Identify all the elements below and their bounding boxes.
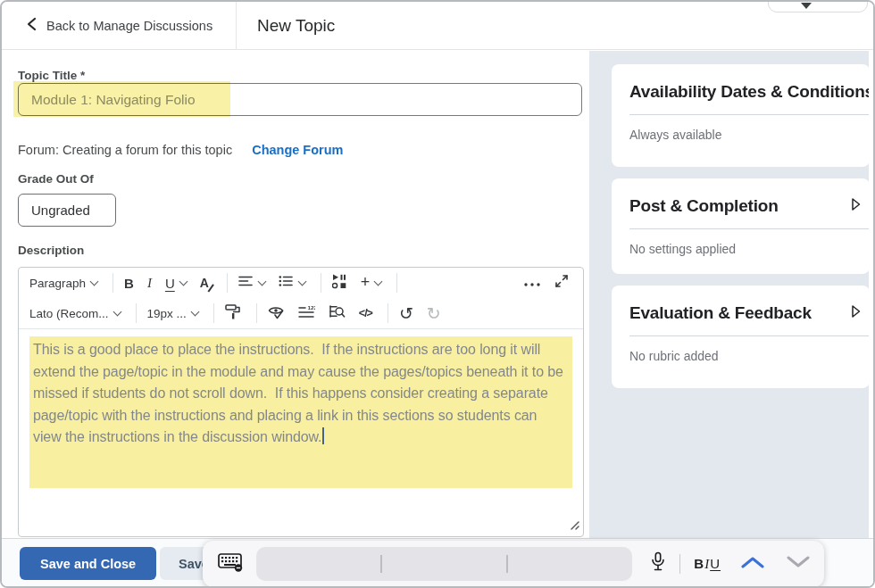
post-completion-panel: Post & Completion No settings applied [612, 178, 870, 274]
lines-123-icon: 123 [298, 304, 315, 323]
scrollbar-track[interactable] [869, 51, 875, 588]
evaluation-feedback-panel-status: No rubric added [612, 336, 870, 363]
list-dropdown-button[interactable] [279, 274, 305, 292]
collapsed-dropdown[interactable] [768, 0, 868, 12]
topic-title-label: Topic Title * [18, 69, 85, 82]
chevron-down-icon [801, 3, 812, 9]
keyboard-bar-divider [679, 554, 680, 574]
underline-dropdown-button[interactable]: U [165, 276, 187, 291]
chevron-down-icon [297, 277, 306, 286]
predictive-suggestion-3[interactable] [508, 547, 632, 581]
eye-check-icon [268, 304, 285, 323]
availability-panel-status: Always available [612, 115, 870, 142]
keyboard-accessory-bar: BIU [203, 541, 824, 587]
chevron-right-icon [851, 197, 861, 215]
toolbar-divider [321, 273, 321, 293]
description-text: This is a good place to place the instru… [33, 342, 567, 444]
dismiss-keyboard-icon[interactable] [217, 551, 244, 576]
expand-icon [554, 274, 569, 292]
preview-button[interactable] [329, 304, 346, 323]
back-chevron-icon [27, 17, 37, 35]
font-size-dropdown[interactable]: 19px ... [147, 307, 198, 320]
chevron-right-icon [851, 304, 861, 322]
insert-stuff-button[interactable] [332, 274, 347, 293]
bold-button[interactable]: B [124, 276, 134, 291]
chevron-down-icon [90, 277, 99, 286]
grade-value-button[interactable]: Ungraded [18, 194, 116, 227]
chevron-down-icon [190, 307, 199, 316]
description-highlight-block: This is a good place to place the instru… [29, 336, 572, 488]
availability-panel: Availability Dates & Conditions Always a… [612, 64, 870, 167]
paint-roller-icon [225, 304, 241, 323]
toolbar-divider [112, 273, 113, 293]
app-window: Back to Manage Discussions New Topic Top… [0, 0, 875, 588]
save-and-close-button[interactable]: Save and Close [20, 547, 156, 580]
more-actions-button[interactable] [523, 275, 541, 291]
predictive-suggestion-2[interactable] [382, 547, 506, 581]
text-cursor [322, 427, 324, 444]
text-format-button[interactable]: BIU [694, 556, 721, 572]
post-completion-panel-status: No settings applied [612, 229, 870, 256]
format-painter-button[interactable] [225, 304, 241, 323]
keyboard-bar-controls: BIU [650, 551, 810, 576]
word-count-button[interactable]: 123 [298, 304, 315, 323]
toolbar-row-2: Lato (Recom... 19px ... [19, 298, 583, 328]
forum-row: Forum: Creating a forum for this topic C… [18, 143, 343, 157]
top-header: Back to Manage Discussions New Topic [2, 2, 873, 50]
evaluation-feedback-panel-title: Evaluation & Feedback [629, 303, 812, 323]
toolbar-divider [388, 303, 388, 323]
chevron-down-icon [374, 277, 383, 286]
font-family-dropdown[interactable]: Lato (Recom... [29, 307, 121, 320]
fullscreen-button[interactable] [554, 274, 569, 292]
topic-form: Topic Title * Forum: Creating a forum fo… [2, 51, 589, 538]
post-completion-panel-title: Post & Completion [629, 196, 779, 216]
ellipsis-icon [523, 275, 541, 291]
settings-sidebar: Availability Dates & Conditions Always a… [589, 51, 875, 538]
undo-button[interactable]: ↺ [399, 305, 413, 322]
description-label: Description [18, 244, 84, 257]
description-edit-area[interactable]: This is a good place to place the instru… [19, 329, 583, 537]
resize-handle[interactable] [570, 518, 580, 534]
toolbar-divider [396, 273, 397, 293]
evaluation-feedback-panel-header[interactable]: Evaluation & Feedback [612, 286, 870, 335]
description-editor: Paragraph B I U A [18, 267, 584, 537]
bullet-list-icon [279, 274, 294, 292]
source-code-button[interactable]: </> [359, 307, 372, 319]
toolbar-divider [213, 303, 214, 323]
back-to-manage-discussions-button[interactable]: Back to Manage Discussions [27, 2, 212, 50]
chevron-down-icon [257, 277, 266, 286]
scroll-down-chevron-icon[interactable] [787, 556, 810, 572]
insert-stuff-icon [332, 274, 347, 293]
topic-title-input[interactable] [18, 83, 582, 116]
microphone-icon[interactable] [650, 551, 666, 576]
page-title: New Topic [257, 2, 335, 50]
toolbar-divider [256, 303, 257, 323]
chevron-down-icon [112, 307, 121, 316]
paragraph-style-dropdown[interactable]: Paragraph [29, 277, 97, 290]
toolbar-divider [227, 273, 228, 293]
italic-button[interactable]: I [147, 276, 152, 291]
font-color-button[interactable]: A [200, 276, 209, 290]
availability-panel-title: Availability Dates & Conditions [629, 82, 870, 102]
evaluation-feedback-panel: Evaluation & Feedback No rubric added [612, 286, 870, 388]
svg-text:123: 123 [307, 304, 315, 311]
forum-label: Forum: Creating a forum for this topic [18, 143, 232, 157]
predictive-suggestion-1[interactable] [256, 547, 380, 581]
scroll-up-chevron-icon[interactable] [741, 556, 764, 572]
redo-button[interactable]: ↻ [427, 305, 441, 322]
predictive-text-bar [256, 547, 632, 581]
header-divider [236, 2, 237, 50]
chevron-down-icon [179, 277, 188, 286]
toolbar-row-1: Paragraph B I U A [19, 268, 583, 298]
availability-panel-header[interactable]: Availability Dates & Conditions [612, 64, 870, 114]
change-forum-link[interactable]: Change Forum [252, 143, 343, 157]
back-link-label: Back to Manage Discussions [46, 19, 212, 33]
accessibility-checker-button[interactable] [268, 304, 285, 323]
insert-element-dropdown[interactable]: + [361, 275, 382, 292]
magnifier-document-icon [329, 304, 346, 323]
align-icon [238, 274, 254, 292]
toolbar-divider [136, 303, 137, 323]
post-completion-panel-header[interactable]: Post & Completion [612, 178, 870, 228]
align-dropdown-button[interactable] [238, 274, 265, 292]
grade-out-of-label: Grade Out Of [18, 172, 94, 186]
